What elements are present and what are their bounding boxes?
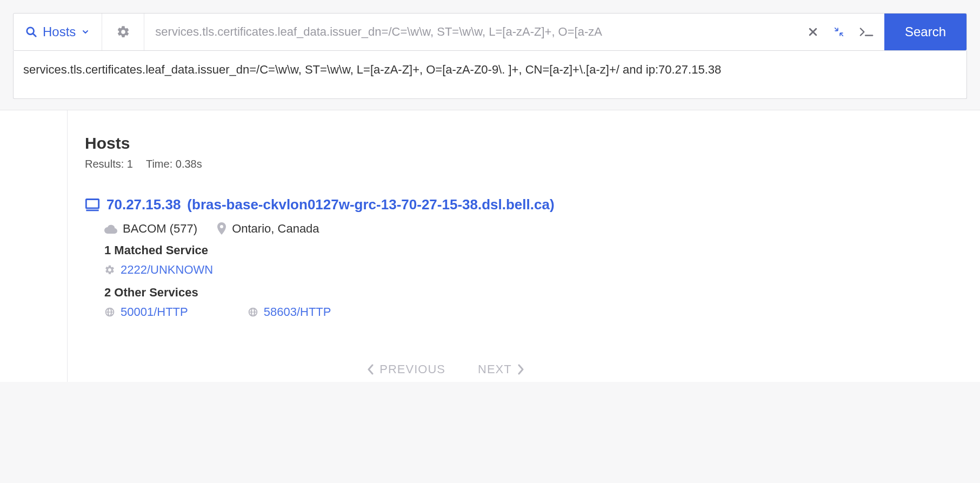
search-settings-button[interactable] <box>102 14 144 50</box>
svg-rect-5 <box>86 199 98 208</box>
other-services-head: 2 Other Services <box>104 286 806 300</box>
search-icon <box>25 26 37 38</box>
host-result: 70.27.15.38 (bras-base-ckvlon0127w-grc-1… <box>85 196 806 319</box>
search-area: Hosts <box>0 0 980 110</box>
cloud-icon <box>104 224 117 234</box>
service-label: 2222/UNKNOWN <box>121 263 213 277</box>
full-query-display[interactable]: services.tls.certificates.leaf_data.issu… <box>13 51 967 99</box>
service-link[interactable]: 50001/HTTP <box>104 305 188 319</box>
pagination-next[interactable]: NEXT <box>478 362 525 376</box>
search-mode-label: Hosts <box>43 24 76 39</box>
pagination-prev[interactable]: PREVIOUS <box>366 362 445 376</box>
chevron-down-icon <box>81 28 90 36</box>
globe-icon <box>104 307 115 317</box>
chevron-left-icon <box>366 364 374 375</box>
collapse-button[interactable] <box>834 27 844 37</box>
host-hostname: (bras-base-ckvlon0127w-grc-13-70-27-15-3… <box>187 196 554 213</box>
service-label: 58603/HTTP <box>264 305 331 319</box>
host-location-label: Ontario, Canada <box>232 222 319 236</box>
host-location-info: Ontario, Canada <box>217 222 319 236</box>
pagination-next-label: NEXT <box>478 362 512 376</box>
page-title: Hosts <box>85 134 806 153</box>
results-area: Hosts Results: 1 Time: 0.38s 70.27.15.38… <box>0 110 980 382</box>
svg-line-1 <box>33 34 36 36</box>
host-subinfo: BACOM (577) Ontario, Canada <box>104 222 806 236</box>
results-count: Results: 1 <box>85 158 133 170</box>
location-pin-icon <box>217 222 226 235</box>
input-actions <box>797 14 884 50</box>
monitor-icon <box>85 198 100 212</box>
search-button-label: Search <box>905 24 946 39</box>
service-link[interactable]: 2222/UNKNOWN <box>104 263 213 277</box>
host-ip: 70.27.15.38 <box>106 196 181 213</box>
matched-services-row: 2222/UNKNOWN <box>104 263 806 277</box>
results-time: Time: 0.38s <box>146 158 202 170</box>
terminal-icon <box>859 27 874 37</box>
gear-icon <box>116 25 130 39</box>
host-as-info: BACOM (577) <box>104 222 197 236</box>
service-label: 50001/HTTP <box>121 305 188 319</box>
results-meta: Results: 1 Time: 0.38s <box>85 158 806 170</box>
service-link[interactable]: 58603/HTTP <box>248 305 331 319</box>
globe-icon <box>248 307 258 317</box>
host-title-link[interactable]: 70.27.15.38 (bras-base-ckvlon0127w-grc-1… <box>85 196 806 213</box>
pagination-prev-label: PREVIOUS <box>379 362 445 376</box>
search-mode-dropdown[interactable]: Hosts <box>14 14 102 50</box>
gear-icon <box>104 264 115 275</box>
search-query-input[interactable] <box>144 14 797 50</box>
terminal-button[interactable] <box>859 27 874 37</box>
close-icon <box>808 27 818 37</box>
other-services-row: 50001/HTTP 58603/HTTP <box>104 305 806 319</box>
matched-services-head: 1 Matched Service <box>104 243 806 257</box>
host-as-label: BACOM (577) <box>123 222 197 236</box>
search-button[interactable]: Search <box>884 14 966 50</box>
pagination: PREVIOUS NEXT <box>85 362 806 376</box>
chevron-right-icon <box>517 364 525 375</box>
search-bar: Hosts <box>13 13 967 51</box>
results-column: Hosts Results: 1 Time: 0.38s 70.27.15.38… <box>67 110 824 382</box>
clear-input-button[interactable] <box>808 27 818 37</box>
compress-arrows-icon <box>834 27 844 37</box>
full-query-text: services.tls.certificates.leaf_data.issu… <box>23 63 721 76</box>
